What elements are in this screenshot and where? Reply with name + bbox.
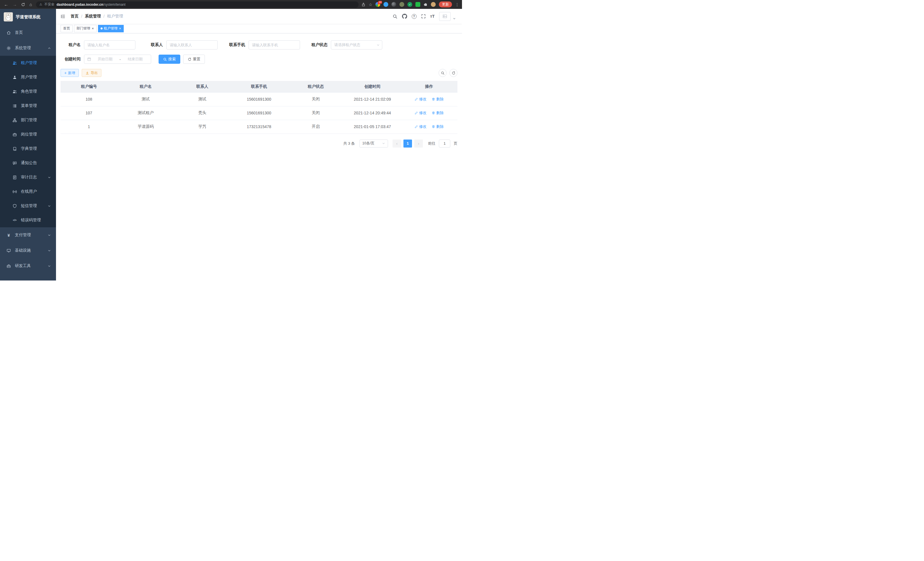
sidebar-item-sms[interactable]: 短信管理: [0, 199, 56, 213]
home-icon[interactable]: ⌂: [29, 2, 32, 7]
extension-icon-3[interactable]: [392, 2, 396, 7]
tenant-status-select[interactable]: 请选择租户状态: [331, 40, 382, 50]
sidebar-item-audit-log[interactable]: 审计日志: [0, 170, 56, 184]
book-icon: [12, 147, 17, 151]
avatar-caret-icon[interactable]: [453, 17, 456, 21]
prev-page-button[interactable]: ‹: [393, 140, 401, 147]
browser-profile-avatar[interactable]: [431, 2, 436, 7]
phone-input[interactable]: [249, 40, 300, 50]
sidebar-item-error-code[interactable]: </> 错误码管理: [0, 213, 56, 227]
delete-button[interactable]: 删除: [432, 124, 444, 129]
extensions-puzzle-icon[interactable]: [423, 2, 428, 7]
close-icon[interactable]: ×: [119, 27, 122, 30]
phone-label: 联系手机: [225, 42, 245, 47]
sidebar-item-menu[interactable]: 菜单管理: [0, 99, 56, 113]
user-avatar[interactable]: [439, 12, 451, 21]
tab-tenant[interactable]: 租户管理 ×: [98, 25, 124, 32]
sidebar-item-home[interactable]: 首页: [0, 25, 56, 40]
sidebar-item-tenant[interactable]: 租户管理: [0, 56, 56, 70]
sidebar-item-post[interactable]: 岗位管理: [0, 127, 56, 141]
tab-dept[interactable]: 部门管理 ×: [74, 25, 97, 32]
select-placeholder: 请选择租户状态: [334, 42, 360, 47]
sidebar-toggle-icon[interactable]: [61, 14, 65, 19]
bookmark-star-icon[interactable]: ☆: [369, 3, 372, 7]
sidebar-item-label: 在线用户: [21, 189, 37, 194]
page-number-button[interactable]: 1: [404, 140, 412, 147]
contact-input[interactable]: [166, 40, 218, 50]
sidebar-item-role[interactable]: 角色管理: [0, 84, 56, 99]
sidebar-item-infrastructure[interactable]: 基础设施: [0, 243, 56, 258]
update-button[interactable]: 更新: [439, 2, 452, 8]
table-row: 108 测试 测试 15601691300 关闭 2021-12-14 21:0…: [61, 92, 458, 106]
page-unit-label: 页: [454, 141, 458, 146]
search-button[interactable]: 搜索: [159, 55, 180, 64]
table-header-row: 租户编号 租户名 联系人 联系手机 租户状态 创建时间 操作: [61, 81, 458, 92]
start-date-placeholder: 开始日期: [92, 57, 118, 62]
column-header-created: 创建时间: [344, 81, 400, 92]
sidebar-item-dev-tools[interactable]: 研发工具: [0, 258, 56, 274]
browser-nav-buttons: ← → ⌂: [3, 2, 33, 7]
reset-button[interactable]: 重置: [183, 55, 205, 64]
address-bar[interactable]: ⚠ 不安全 dashboard.yudao.iocoder.cn/system/…: [36, 2, 358, 8]
refresh-table-button[interactable]: [449, 69, 458, 77]
chevron-down-icon: [376, 44, 380, 47]
edit-label: 修改: [419, 124, 427, 129]
page-size-select[interactable]: 10条/页: [359, 140, 388, 147]
sidebar-item-dict[interactable]: 字典管理: [0, 141, 56, 156]
extension-icon-6[interactable]: [416, 2, 420, 7]
extension-icon-1[interactable]: 10: [375, 2, 380, 7]
github-icon[interactable]: [402, 14, 407, 19]
back-icon[interactable]: ←: [4, 2, 8, 7]
sidebar-item-label: 审计日志: [21, 175, 37, 180]
help-icon[interactable]: ?: [412, 14, 417, 19]
edit-button[interactable]: 修改: [415, 110, 427, 116]
sidebar-item-label: 错误码管理: [21, 218, 41, 223]
fullscreen-icon[interactable]: [421, 14, 426, 19]
cell-created: 2021-12-14 20:49:44: [344, 106, 400, 120]
edit-button[interactable]: 修改: [415, 124, 427, 129]
goto-page-input[interactable]: [439, 140, 450, 147]
sidebar-item-online-users[interactable]: 在线用户: [0, 184, 56, 199]
breadcrumb-system[interactable]: 系统管理: [85, 14, 101, 19]
extension-icon-5[interactable]: ✓: [407, 2, 412, 7]
delete-button[interactable]: 删除: [432, 97, 444, 102]
next-icon: ›: [418, 141, 419, 146]
edit-button[interactable]: 修改: [415, 97, 427, 102]
add-button[interactable]: + 新增: [61, 69, 79, 77]
cell-phone: 15601691300: [231, 106, 287, 120]
share-icon[interactable]: [362, 3, 365, 7]
document-icon: [12, 175, 17, 180]
font-size-icon[interactable]: тT: [430, 14, 435, 19]
sidebar-item-system[interactable]: 系统管理: [0, 40, 56, 56]
extension-icon-2[interactable]: [383, 2, 388, 7]
cell-created: 2021-12-14 21:02:09: [344, 92, 400, 106]
tab-home[interactable]: 首页: [61, 25, 73, 32]
delete-button[interactable]: 删除: [432, 110, 444, 116]
breadcrumb-home[interactable]: 首页: [70, 14, 79, 19]
browser-menu-icon[interactable]: ⋮: [455, 3, 459, 7]
tab-label: 租户管理: [104, 26, 118, 31]
cell-contact: 测试: [174, 92, 231, 106]
forward-icon[interactable]: →: [13, 2, 17, 7]
sidebar-item-user[interactable]: 用户管理: [0, 70, 56, 84]
export-button[interactable]: 导出: [82, 69, 101, 77]
sidebar-item-notice[interactable]: 通知公告: [0, 156, 56, 170]
header-search-icon[interactable]: [393, 14, 398, 19]
prev-icon: ‹: [396, 141, 398, 146]
main-area: 首页 / 系统管理 / 租户管理 ? тT: [56, 9, 462, 281]
next-page-button[interactable]: ›: [414, 140, 423, 147]
delete-label: 删除: [436, 124, 444, 129]
app-logo[interactable]: 芋道管理系统: [0, 9, 56, 25]
sidebar-item-payment[interactable]: ¥ 支付管理: [0, 227, 56, 243]
toggle-search-button[interactable]: [439, 69, 447, 77]
extension-icon-4[interactable]: [399, 2, 404, 7]
code-icon: </>: [12, 219, 17, 222]
close-icon[interactable]: ×: [92, 27, 94, 30]
create-time-range-picker[interactable]: 开始日期 - 结束日期: [84, 55, 151, 64]
active-tab-dot: [100, 27, 103, 29]
reload-icon[interactable]: [21, 3, 25, 7]
sidebar-item-label: 短信管理: [21, 203, 37, 208]
url-text: dashboard.yudao.iocoder.cn/system/tenant: [57, 3, 125, 7]
sidebar-item-dept[interactable]: 部门管理: [0, 113, 56, 127]
tenant-name-input[interactable]: [84, 40, 135, 50]
